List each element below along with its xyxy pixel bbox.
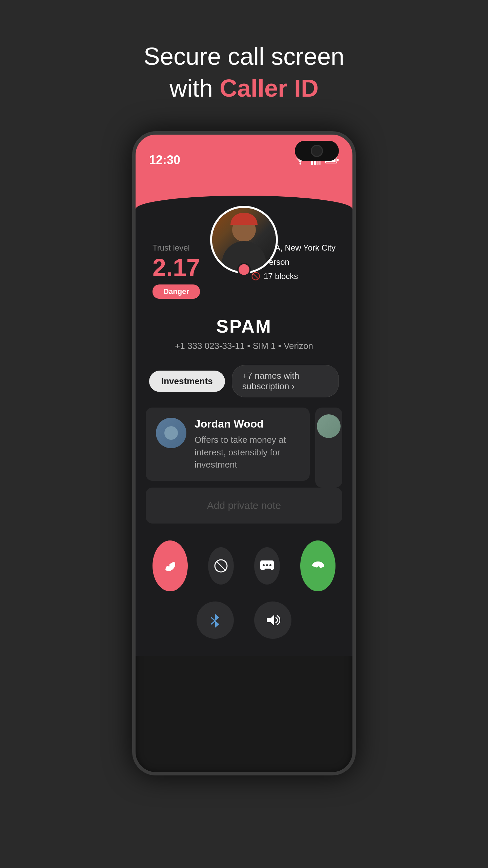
person-desc: Offers to take money at interest, ostens… (195, 434, 300, 471)
block-button[interactable] (208, 547, 234, 585)
svg-line-15 (211, 621, 215, 624)
tags-row: Investments +7 names with subscription › (146, 355, 342, 408)
caller-name-section: SPAM +1 333 023-33-11 • SIM 1 • Verizon (146, 309, 342, 355)
top-buttons (152, 540, 336, 591)
svg-point-12 (266, 564, 268, 566)
avatar-cap (230, 213, 258, 225)
investments-tag[interactable]: Investments (149, 371, 225, 392)
main-card: Jordan Wood Offers to take money at inte… (146, 408, 310, 488)
phone-frame: 12:30 (132, 131, 356, 775)
peek-card[interactable] (315, 408, 342, 488)
caller-number: +1 333 023-33-11 • SIM 1 • Verizon (146, 341, 342, 351)
camera-notch (295, 141, 339, 161)
svg-rect-7 (337, 159, 339, 161)
trust-info: Trust level 2.17 Danger (152, 236, 200, 299)
message-icon (259, 558, 275, 574)
note-field[interactable]: Add private note (146, 488, 342, 524)
decline-icon (161, 557, 179, 575)
volume-button[interactable] (254, 601, 291, 639)
person-avatar (156, 418, 186, 448)
page-title: Secure call screen with Caller ID (144, 41, 344, 104)
caller-name: SPAM (146, 316, 342, 337)
status-time: 12:30 (149, 153, 180, 167)
avatar-img (212, 208, 276, 272)
bluetooth-icon (208, 613, 222, 628)
avatar-progress (237, 263, 251, 276)
svg-rect-1 (311, 161, 313, 165)
svg-point-11 (263, 564, 265, 566)
svg-point-13 (269, 564, 271, 566)
phone-content: Trust level 2.17 Danger 📍 US (136, 223, 352, 656)
status-bar: 12:30 (136, 135, 352, 182)
person-name: Jordan Wood (195, 418, 300, 430)
volume-icon (265, 613, 280, 627)
cards-container: Jordan Wood Offers to take money at inte… (146, 408, 342, 488)
bluetooth-button[interactable] (197, 601, 234, 639)
svg-marker-16 (267, 615, 274, 626)
message-button[interactable] (254, 547, 280, 585)
person-card[interactable]: Jordan Wood Offers to take money at inte… (146, 408, 310, 481)
svg-point-0 (300, 163, 301, 165)
accept-button[interactable] (300, 540, 336, 591)
block-icon (213, 558, 229, 574)
caller-section: Trust level 2.17 Danger 📍 US (146, 223, 342, 309)
action-buttons (146, 530, 342, 646)
avatar-container (210, 206, 278, 274)
decline-button[interactable] (152, 540, 188, 591)
svg-line-9 (216, 561, 226, 571)
peek-avatar (317, 414, 341, 438)
progress-dot (237, 263, 251, 276)
svg-line-14 (211, 617, 215, 621)
camera-lens (311, 145, 323, 157)
subscription-tag[interactable]: +7 names with subscription › (232, 365, 339, 397)
accept-icon (309, 557, 327, 575)
trust-score: 2.17 (152, 255, 200, 280)
person-info: Jordan Wood Offers to take money at inte… (195, 418, 300, 471)
bottom-buttons (152, 601, 336, 639)
trust-label: Trust level (152, 243, 200, 253)
danger-badge: Danger (152, 284, 200, 299)
